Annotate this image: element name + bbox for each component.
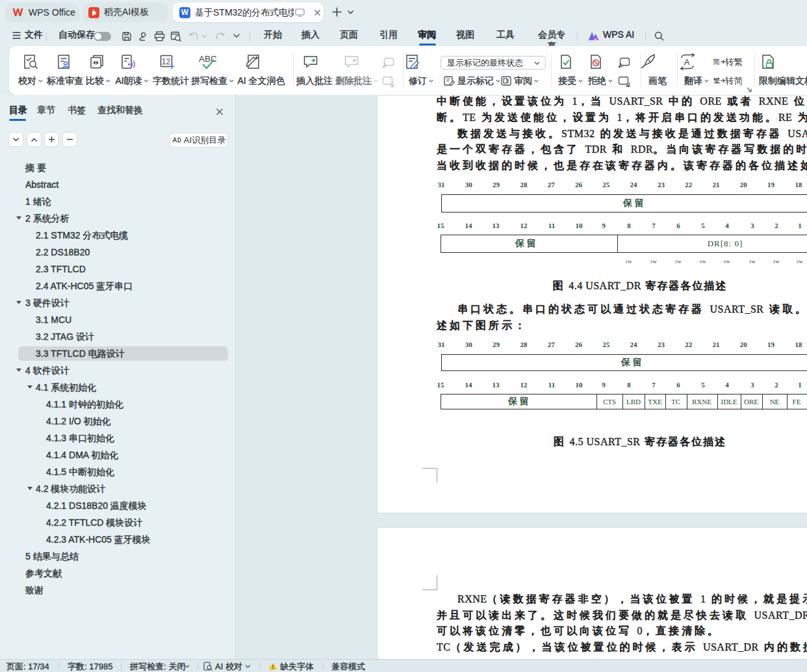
svg-text:繁: 繁 — [713, 77, 721, 84]
svg-text:简: 简 — [713, 58, 721, 66]
svg-text:A: A — [684, 57, 690, 67]
svg-text:ABC: ABC — [199, 54, 217, 64]
svg-text:12: 12 — [162, 57, 171, 66]
